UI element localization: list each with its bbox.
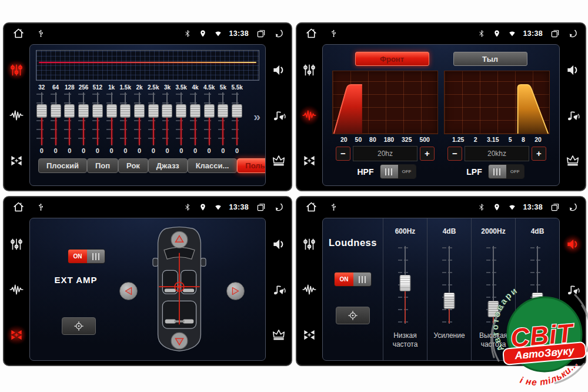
low-freq-slider[interactable] [396,244,414,325]
slider-knob[interactable] [92,104,103,118]
eq-sliders: » [30,91,265,147]
slider-knob[interactable] [444,293,455,309]
slider-knob[interactable] [106,104,117,118]
slider-knob[interactable] [176,104,186,118]
location-icon [493,203,501,211]
fader-rear-button[interactable] [171,333,188,349]
slider-knob[interactable] [148,104,159,118]
tab-crossover[interactable] [299,105,319,125]
clock: 13:38 [523,203,543,211]
slider-knob[interactable] [204,104,215,118]
slider-knob[interactable] [78,104,89,118]
tab-balance[interactable] [299,151,319,171]
recent-apps-button[interactable] [256,202,266,212]
preset-custom-button[interactable]: Польз. [237,158,266,173]
eq-band-slider[interactable] [216,91,230,147]
tab-balance[interactable] [6,325,26,345]
eq-band-slider[interactable] [91,91,105,147]
tab-crossover[interactable] [299,280,319,300]
home-button[interactable] [12,201,25,213]
tab-premium[interactable] [269,151,289,171]
tab-crossover[interactable] [6,280,26,300]
preset-pop-button[interactable]: Поп [87,158,118,173]
tab-sound-effect[interactable] [269,280,289,300]
slider-knob[interactable] [400,275,411,291]
preset-classic-button[interactable]: Класси... [188,158,238,173]
eq-band-slider[interactable] [118,91,132,147]
ext-amp-toggle[interactable]: ON [68,249,105,264]
slider-knob[interactable] [190,104,201,118]
back-button[interactable] [567,28,578,39]
back-button[interactable] [273,202,284,212]
balance-right-button[interactable] [226,282,245,300]
center-position-button[interactable] [62,317,96,335]
rear-speakers-tab[interactable]: Тыл [453,52,527,66]
recent-apps-button[interactable] [550,28,560,39]
tab-equalizer[interactable] [299,60,319,80]
lpf-label: LPF [466,167,482,177]
preset-jazz-button[interactable]: Джазз [148,158,188,173]
tab-sound-effect[interactable] [563,105,583,125]
lpf-toggle[interactable]: OFF [488,164,524,179]
tab-balance[interactable] [299,325,319,345]
eq-band-slider[interactable] [49,91,63,147]
left-sidebar [4,217,29,365]
tab-volume[interactable] [269,234,289,254]
preset-flat-button[interactable]: Плоский [38,158,87,173]
eq-band-slider[interactable] [174,91,188,147]
slider-knob[interactable] [64,104,75,118]
lpf-plus-button[interactable]: + [532,147,546,161]
tab-equalizer[interactable] [6,234,26,254]
preset-rock-button[interactable]: Рок [118,158,148,173]
front-speakers-tab[interactable]: Фронт [355,52,429,66]
fader-front-button[interactable] [171,231,188,248]
tab-crossover[interactable] [6,105,26,125]
loudness-toggle[interactable]: ON [334,272,372,287]
back-button[interactable] [273,28,284,39]
home-button[interactable] [305,201,318,213]
home-button[interactable] [12,27,25,39]
loudness-low-freq-column: 600Hz Низкаячастота [383,218,427,360]
recent-apps-button[interactable] [550,202,560,212]
eq-band-slider[interactable] [188,91,202,147]
slider-knob[interactable] [134,104,145,118]
tab-sound-effect[interactable] [269,105,289,125]
tab-equalizer[interactable] [299,234,319,254]
eq-band-slider[interactable] [161,91,175,147]
usb-icon [36,202,45,211]
tab-volume[interactable] [269,60,289,80]
eq-band-slider[interactable] [132,91,146,147]
eq-band-slider[interactable] [105,91,119,147]
chevron-more-icon[interactable]: » [253,109,260,124]
eq-band-slider[interactable] [202,91,216,147]
hpf-plus-button[interactable]: + [420,147,435,161]
back-button[interactable] [567,202,578,212]
home-button[interactable] [305,27,318,39]
low-gain-slider[interactable] [440,244,458,325]
hpf-frequency-scale: 205080180325500 [332,134,438,143]
balance-left-button[interactable] [119,282,138,300]
tab-premium[interactable] [563,151,583,171]
slider-knob[interactable] [36,104,47,118]
eq-band-slider[interactable] [146,91,161,147]
eq-band-slider[interactable] [35,91,49,147]
tab-volume[interactable] [563,60,583,80]
slider-knob[interactable] [120,104,131,118]
lpf-minus-button[interactable]: − [447,147,462,161]
slider-knob[interactable] [162,104,172,118]
status-bar: 13:38 [297,24,585,43]
center-position-button[interactable] [336,307,370,324]
tab-volume[interactable] [563,234,583,254]
eq-band-slider[interactable] [76,91,91,147]
eq-band-slider[interactable] [230,91,244,147]
tab-balance[interactable] [6,151,26,171]
hpf-minus-button[interactable]: − [336,147,350,161]
eq-band-slider[interactable] [62,91,76,147]
slider-knob[interactable] [232,104,242,118]
hpf-toggle[interactable]: OFF [380,164,416,179]
tab-premium[interactable] [269,325,289,345]
slider-knob[interactable] [218,104,228,118]
recent-apps-button[interactable] [256,28,266,39]
slider-knob[interactable] [51,104,61,118]
tab-equalizer[interactable] [6,60,26,80]
